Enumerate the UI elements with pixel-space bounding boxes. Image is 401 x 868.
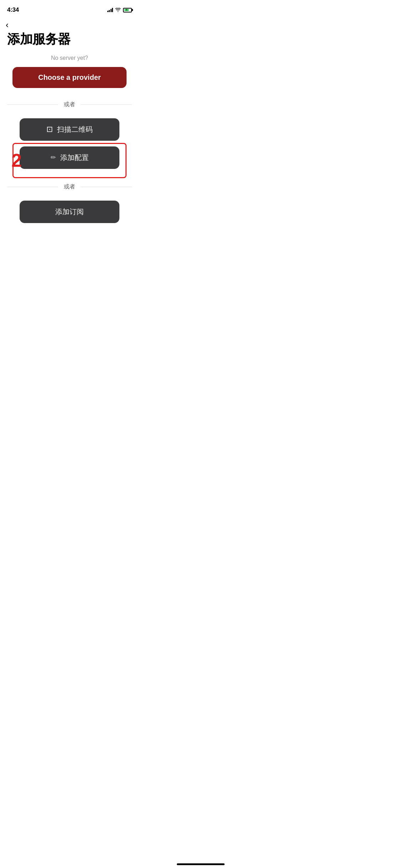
- or-text-1: 或者: [58, 101, 81, 108]
- pencil-icon: ✏: [51, 154, 56, 161]
- qr-icon: ⊡: [46, 125, 53, 134]
- add-subscription-button[interactable]: 添加订阅: [20, 201, 119, 223]
- wifi-icon: [115, 8, 121, 12]
- add-subscription-label: 添加订阅: [55, 207, 84, 217]
- add-config-container: 2 ✏ 添加配置: [7, 146, 132, 175]
- or-text-2: 或者: [58, 183, 81, 191]
- add-config-button[interactable]: ✏ 添加配置: [20, 146, 119, 169]
- status-bar: 4:34: [0, 0, 139, 18]
- no-server-text: No server yet?: [51, 55, 88, 61]
- step-number-badge: 2: [11, 151, 22, 170]
- status-icons: [107, 8, 132, 12]
- divider-line-left-1: [7, 104, 58, 105]
- back-chevron-icon: ‹: [6, 21, 9, 29]
- choose-provider-button[interactable]: Choose a provider: [12, 67, 127, 88]
- add-config-label: 添加配置: [60, 153, 89, 162]
- signal-icon: [107, 8, 113, 12]
- divider-line-right-2: [81, 187, 132, 187]
- page-title: 添加服务器: [0, 31, 139, 55]
- main-content: No server yet? Choose a provider 或者 ⊡ 扫描…: [0, 55, 139, 229]
- status-time: 4:34: [7, 6, 19, 14]
- divider-1: 或者: [7, 101, 132, 108]
- scan-qr-button[interactable]: ⊡ 扫描二维码: [20, 118, 119, 141]
- divider-line-left-2: [7, 187, 58, 187]
- scan-qr-label: 扫描二维码: [57, 125, 93, 134]
- back-button[interactable]: ‹: [0, 18, 139, 31]
- battery-icon: [123, 8, 132, 12]
- divider-line-right-1: [81, 104, 132, 105]
- divider-2: 或者: [7, 183, 132, 191]
